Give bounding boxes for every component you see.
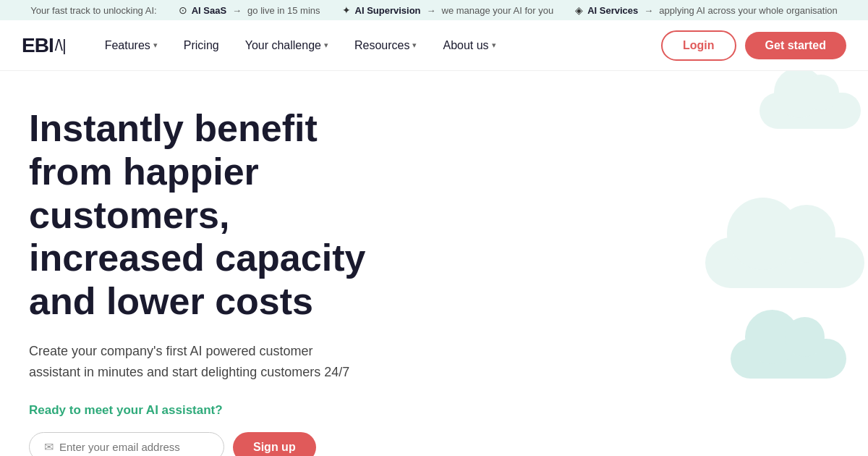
nav-resources-label: Resources	[354, 39, 409, 52]
mail-icon: ✉	[44, 440, 54, 454]
hero-subtitle: Create your company's first AI powered c…	[29, 341, 362, 383]
hero-section: Instantly benefit from happier customers…	[0, 71, 868, 456]
signup-button[interactable]: Sign up	[233, 432, 316, 456]
services-desc: applying AI across your whole organisati…	[659, 5, 837, 16]
saas-icon: ⊙	[179, 4, 187, 16]
supervision-arrow: →	[427, 5, 436, 16]
cloud-1	[760, 93, 861, 129]
email-input[interactable]	[59, 441, 209, 453]
resources-chevron-icon: ▾	[412, 41, 417, 50]
nav-features[interactable]: Features ▾	[95, 33, 168, 58]
hero-content: Instantly benefit from happier customers…	[29, 107, 405, 456]
nav-about-label: About us	[443, 39, 488, 52]
login-button[interactable]: Login	[661, 30, 736, 61]
nav-pricing-label: Pricing	[184, 39, 219, 52]
nav-features-label: Features	[105, 39, 150, 52]
nav-resources[interactable]: Resources ▾	[344, 33, 427, 58]
nav-your-challenge[interactable]: Your challenge ▾	[235, 33, 339, 58]
challenge-chevron-icon: ▾	[324, 41, 328, 50]
email-form: ✉ Sign up	[29, 432, 405, 456]
services-label: AI Services	[587, 5, 638, 16]
banner-intro: Your fast track to unlocking AI:	[30, 5, 156, 16]
supervision-label: AI Supervision	[355, 5, 421, 16]
features-chevron-icon: ▾	[153, 41, 158, 50]
banner-item-supervision[interactable]: ✦ AI Supervision → we manage your AI for…	[342, 4, 554, 16]
banner-item-services[interactable]: ◈ AI Services → applying AI across your …	[575, 4, 838, 16]
saas-label: AI SaaS	[192, 5, 226, 16]
about-chevron-icon: ▾	[492, 41, 496, 50]
cloud-2	[705, 237, 864, 288]
logo[interactable]: EBI /\|	[22, 34, 66, 57]
banner-item-saas[interactable]: ⊙ AI SaaS → go live in 15 mins	[179, 4, 320, 16]
get-started-button[interactable]: Get started	[745, 32, 846, 59]
supervision-desc: we manage your AI for you	[442, 5, 554, 16]
cloud-decoration	[615, 71, 868, 456]
top-banner: Your fast track to unlocking AI: ⊙ AI Sa…	[0, 0, 868, 20]
saas-desc: go live in 15 mins	[247, 5, 320, 16]
services-icon: ◈	[575, 4, 583, 16]
hero-cta-text: Ready to meet your AI assistant?	[29, 403, 405, 418]
navigation: EBI /\| Features ▾ Pricing Your challeng…	[0, 20, 868, 71]
saas-arrow: →	[232, 5, 242, 16]
logo-ai-icon: /\|	[55, 36, 66, 55]
nav-about-us[interactable]: About us ▾	[433, 33, 506, 58]
nav-links: Features ▾ Pricing Your challenge ▾ Reso…	[95, 33, 661, 58]
cloud-3	[731, 339, 846, 379]
supervision-icon: ✦	[342, 4, 351, 16]
nav-buttons: Login Get started	[661, 30, 846, 61]
nav-pricing[interactable]: Pricing	[174, 33, 229, 58]
logo-text: EBI	[22, 34, 54, 57]
email-input-wrapper[interactable]: ✉	[29, 432, 224, 456]
services-arrow: →	[644, 5, 653, 16]
nav-challenge-label: Your challenge	[245, 39, 321, 52]
hero-title: Instantly benefit from happier customers…	[29, 107, 405, 324]
